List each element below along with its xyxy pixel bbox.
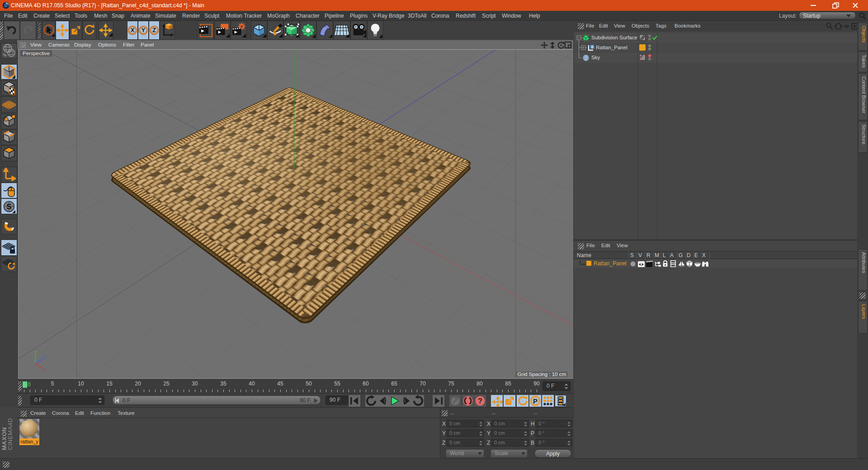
svg-text:P: P (533, 397, 538, 405)
svg-text:Z: Z (152, 27, 156, 33)
svg-text:?: ? (478, 397, 482, 405)
svg-text:S: S (6, 202, 11, 211)
svg-text:Z: Z (43, 355, 46, 360)
svg-text:Y: Y (34, 351, 38, 355)
svg-text:X: X (43, 368, 46, 373)
svg-text:Y: Y (142, 27, 145, 33)
svg-text:0: 0 (591, 45, 593, 49)
svg-text:X: X (131, 27, 135, 33)
